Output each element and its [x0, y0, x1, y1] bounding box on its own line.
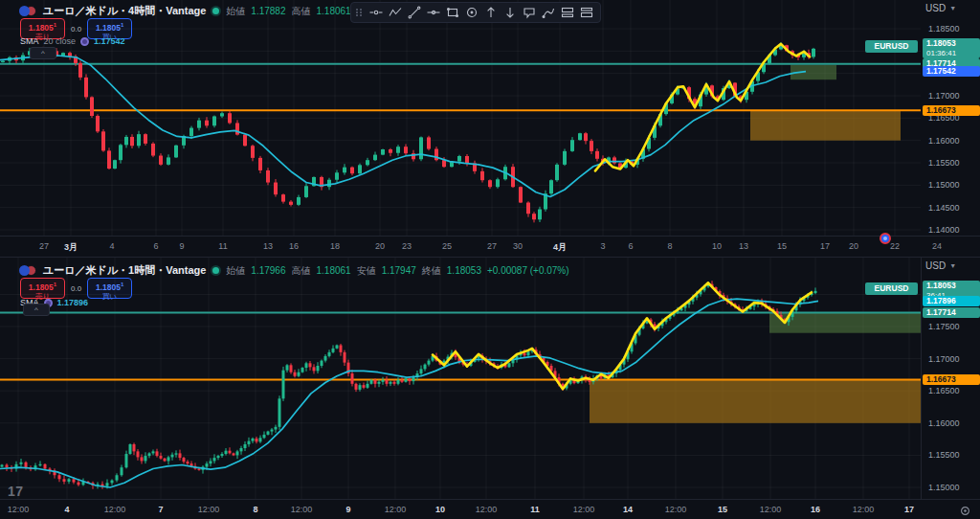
time-tick: 12:00: [844, 505, 882, 514]
low-value: 1.17947: [382, 265, 416, 276]
high-value: 1.18061: [317, 265, 351, 276]
time-tick: 12:00: [189, 505, 228, 514]
time-tick: 23: [388, 241, 426, 251]
price-tick: 1.17000: [928, 91, 960, 101]
time-tick: 30: [499, 241, 537, 251]
time-tick: 16: [796, 505, 835, 514]
price-tag: 1.17896: [923, 296, 980, 306]
symbol-title[interactable]: ユーロ／米ドル・1時間・Vantage: [43, 263, 206, 278]
time-tick: 7: [142, 505, 180, 514]
time-tick: 17: [890, 505, 928, 514]
high-label: 高値: [292, 5, 311, 18]
buy-button[interactable]: 1.18051 買い: [87, 278, 132, 299]
time-tick: 12:00: [282, 505, 321, 514]
indicator-value: 1.17542: [94, 36, 125, 46]
time-tick: 4: [48, 505, 86, 514]
long-position-tool-icon[interactable]: [558, 5, 576, 20]
rectangle-tool-icon[interactable]: [443, 5, 461, 20]
polyline-tool-icon[interactable]: [386, 5, 404, 20]
price-tick: 1.18500: [928, 24, 960, 34]
horizontal-line-tool-icon[interactable]: [424, 5, 442, 20]
eur-usd-pair-icon: [19, 265, 36, 277]
trendline-tool-icon[interactable]: [405, 5, 423, 20]
arrow-down-tool-icon[interactable]: [501, 5, 519, 20]
chart-panel-4h: 1.185001.170001.165001.160001.155001.150…: [0, 0, 980, 256]
callout-tool-icon[interactable]: [520, 5, 538, 20]
symbol-title[interactable]: ユーロ／米ドル・4時間・Vantage: [43, 4, 206, 18]
time-axis-1h[interactable]: 12:00412:00712:00812:00912:001012:001112…: [0, 499, 980, 519]
time-tick: 8: [236, 505, 275, 514]
price-tag: 1.17714: [923, 307, 980, 318]
tradingview-logo[interactable]: 17: [8, 484, 24, 499]
spread-value: 0.0: [71, 25, 81, 34]
price-tick: 1.15500: [928, 450, 960, 460]
time-tick: 12:00: [657, 505, 695, 514]
axis-currency-dropdown[interactable]: USD▼: [925, 260, 956, 271]
time-tick: 18: [316, 241, 354, 251]
drag-handle-icon[interactable]: [356, 9, 363, 16]
time-tick: 15: [763, 241, 801, 251]
indicator-name: SMA: [20, 36, 39, 46]
time-tick: 8: [651, 241, 689, 251]
symbol-price-label: EURUSD: [865, 282, 918, 295]
chevron-down-icon: ▼: [949, 5, 956, 11]
axis-currency-dropdown[interactable]: USD▼: [925, 3, 956, 13]
crosshair-tool-icon[interactable]: [367, 5, 385, 20]
market-open-dot-icon: [212, 267, 219, 274]
brush-tool-icon[interactable]: [539, 5, 557, 20]
change-value: +0.00087 (+0.07%): [487, 265, 569, 276]
collapse-legend-button[interactable]: ^: [30, 47, 56, 59]
time-tick: 14: [609, 505, 647, 514]
price-tick: 1.15500: [928, 158, 960, 168]
price-axis-1h[interactable]: 1.175001.170001.165001.160001.155001.150…: [921, 258, 980, 499]
price-tick: 1.14500: [928, 203, 960, 213]
indicator-badge-icon: [80, 37, 89, 46]
time-tick: 12:00: [376, 505, 414, 514]
short-position-tool-icon[interactable]: [577, 5, 595, 20]
time-tick: 4月: [541, 241, 579, 254]
price-tick: 1.14000: [928, 225, 960, 235]
price-tag: 1.1805301:36:41: [923, 38, 980, 58]
price-tick: 1.16500: [928, 386, 960, 395]
drawing-toolbar: [350, 2, 601, 23]
collapse-legend-button[interactable]: ^: [23, 304, 50, 316]
time-tick: 16: [275, 241, 313, 251]
time-tick: 24: [918, 241, 956, 251]
low-label: 安値: [357, 264, 376, 278]
price-tick: 1.15000: [928, 483, 960, 492]
price-tick: 1.17500: [928, 322, 960, 331]
chevron-down-icon: ▼: [949, 262, 956, 269]
high-label: 高値: [292, 264, 311, 278]
time-tick: 9: [329, 505, 368, 514]
indicator-value: 1.17896: [57, 298, 89, 307]
open-label: 始値: [226, 5, 245, 18]
economic-event-marker-icon[interactable]: [880, 233, 891, 244]
time-tick: 25: [428, 241, 466, 251]
time-tick: 20: [835, 241, 873, 251]
time-tick: 11: [516, 505, 554, 514]
price-tick: 1.15000: [928, 180, 960, 190]
indicator-legend-sma[interactable]: SMA 20 close 1.17542: [20, 36, 125, 46]
price-tag: 1.16673: [923, 374, 980, 385]
price-chart-canvas-4h[interactable]: [0, 0, 921, 236]
circle-tool-icon[interactable]: [462, 5, 480, 20]
arrow-up-tool-icon[interactable]: [481, 5, 500, 20]
time-axis-4h[interactable]: 273月4691113161820232527304月3681013151720…: [0, 236, 980, 256]
time-tick: 4: [93, 241, 131, 251]
spread-value: 0.0: [71, 284, 81, 293]
market-open-dot-icon: [212, 8, 219, 14]
axis-settings-gear-icon[interactable]: [959, 504, 971, 516]
time-tick: 11: [204, 241, 242, 251]
close-label: 終値: [422, 264, 441, 278]
price-tick: 1.16000: [928, 418, 960, 428]
price-chart-canvas-1h[interactable]: [0, 258, 921, 499]
eur-usd-pair-icon: [19, 6, 36, 17]
high-value: 1.18061: [317, 6, 351, 16]
time-tick: 10: [421, 505, 459, 514]
time-tick: 12:00: [751, 505, 790, 514]
time-tick: 15: [703, 505, 742, 514]
ohlc-row: 始値1.17966 高値1.18061 安値1.17947 終値1.18053 …: [226, 264, 568, 278]
chart-panel-1h: 1.175001.170001.165001.160001.155001.150…: [0, 257, 980, 519]
indicator-params: 20 close: [44, 36, 77, 46]
sell-button[interactable]: 1.18051 売り: [20, 278, 65, 299]
